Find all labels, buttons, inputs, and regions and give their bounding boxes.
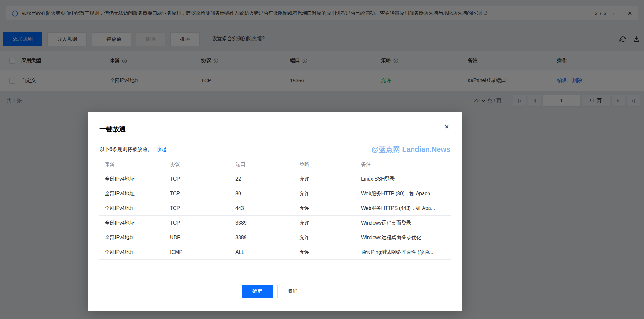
cell-remark: Web服务HTTPS (443)，如 Apa... — [361, 205, 451, 212]
cell-source: 全部IPv4地址 — [105, 191, 170, 197]
close-icon[interactable]: ✕ — [444, 123, 450, 130]
watermark: @蓝点网 Landian.News — [372, 145, 450, 154]
table-row: 全部IPv4地址 UDP 3389 允许 Windows远程桌面登录优化 — [99, 230, 451, 245]
table-row: 全部IPv4地址 TCP 3389 允许 Windows远程桌面登录 — [99, 216, 451, 230]
cell-remark: Linux SSH登录 — [361, 176, 451, 182]
cell-source: 全部IPv4地址 — [105, 176, 170, 182]
collapse-link[interactable]: 收起 — [157, 146, 167, 153]
cell-source: 全部IPv4地址 — [105, 220, 170, 226]
table-row: 全部IPv4地址 TCP 443 允许 Web服务HTTPS (443)，如 A… — [99, 201, 451, 216]
cell-policy: 允许 — [299, 249, 361, 256]
cancel-button[interactable]: 取消 — [277, 285, 308, 298]
cell-protocol: ICMP — [170, 249, 235, 255]
cell-port: 3389 — [235, 235, 299, 240]
confirm-button[interactable]: 确定 — [242, 285, 273, 298]
table-row: 全部IPv4地址 TCP 80 允许 Web服务HTTP (80)，如 Apac… — [99, 186, 451, 201]
cell-port: 80 — [235, 191, 299, 196]
table-row: 全部IPv4地址 TCP 22 允许 Linux SSH登录 — [99, 172, 451, 186]
header-source: 来源 — [105, 161, 170, 168]
cell-port: 22 — [235, 176, 299, 182]
cell-protocol: TCP — [170, 205, 235, 211]
cell-port: 3389 — [235, 220, 299, 226]
cell-policy: 允许 — [299, 205, 361, 212]
dialog-table-header: 来源 协议 端口 策略 备注 — [99, 157, 451, 172]
cell-policy: 允许 — [299, 176, 361, 182]
cell-policy: 允许 — [299, 234, 361, 241]
cell-remark: Windows远程桌面登录 — [361, 220, 451, 226]
cell-policy: 允许 — [299, 191, 361, 197]
cell-protocol: UDP — [170, 235, 235, 240]
cell-protocol: TCP — [170, 220, 235, 226]
one-click-allow-dialog: 一键放通 ✕ 以下6条规则将被放通。 收起 @蓝点网 Landian.News … — [88, 112, 462, 311]
cell-port: ALL — [235, 249, 299, 255]
header-protocol: 协议 — [170, 161, 235, 168]
allow-rules-table: 来源 协议 端口 策略 备注 全部IPv4地址 TCP 22 允许 Linux … — [99, 157, 451, 260]
header-remark: 备注 — [361, 161, 451, 168]
cell-protocol: TCP — [170, 191, 235, 196]
dialog-title: 一键放通 — [99, 125, 126, 133]
cell-remark: Windows远程桌面登录优化 — [361, 234, 451, 241]
cell-policy: 允许 — [299, 220, 361, 226]
cell-port: 443 — [235, 205, 299, 211]
cell-source: 全部IPv4地址 — [105, 249, 170, 256]
cell-source: 全部IPv4地址 — [105, 234, 170, 241]
header-port: 端口 — [235, 161, 299, 168]
dialog-description: 以下6条规则将被放通。 — [99, 146, 152, 153]
table-row: 全部IPv4地址 ICMP ALL 允许 通过Ping测试网络连通性 (放通..… — [99, 245, 451, 260]
header-policy: 策略 — [299, 161, 361, 168]
cell-source: 全部IPv4地址 — [105, 205, 170, 212]
cell-remark: 通过Ping测试网络连通性 (放通... — [361, 249, 451, 256]
cell-remark: Web服务HTTP (80)，如 Apach... — [361, 191, 451, 197]
cell-protocol: TCP — [170, 176, 235, 182]
